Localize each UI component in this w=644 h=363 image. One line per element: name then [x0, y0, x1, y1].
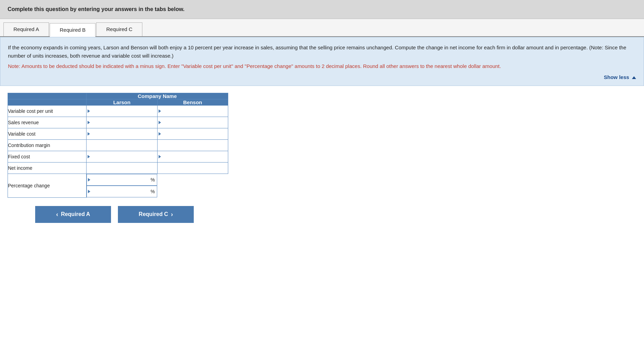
- info-main-text: If the economy expands in coming years, …: [8, 43, 636, 60]
- larson-percentage-change-cell: %: [87, 174, 157, 186]
- benson-variable-cost-per-unit-input[interactable]: [158, 106, 228, 117]
- page-header: Complete this question by entering your …: [0, 0, 644, 19]
- benson-contribution-margin-cell: [157, 140, 228, 151]
- company-name-header: Company Name: [87, 93, 228, 99]
- larson-variable-cost-per-unit-input[interactable]: [87, 106, 157, 117]
- triangle-icon: [632, 76, 636, 79]
- table-row: Fixed cost: [8, 151, 228, 163]
- larson-contribution-margin-cell: [87, 140, 157, 151]
- table-row: Net income: [8, 163, 228, 174]
- arrow-right-icon: ›: [171, 211, 173, 218]
- larson-percentage-change-input[interactable]: [87, 174, 150, 185]
- arrow-icon: [88, 190, 90, 193]
- arrow-icon: [88, 121, 90, 124]
- info-box: If the economy expands in coming years, …: [0, 37, 644, 86]
- percent-sign-benson: %: [151, 189, 157, 194]
- prev-button-label: Required A: [61, 211, 90, 217]
- arrow-icon: [88, 178, 90, 182]
- benson-variable-cost-cell: [157, 128, 228, 140]
- next-button-label: Required C: [139, 211, 168, 217]
- larson-fixed-cost-cell: [87, 151, 157, 163]
- larson-variable-cost-cell: [87, 128, 157, 140]
- benson-fixed-cost-cell: [157, 151, 228, 163]
- show-less-link[interactable]: Show less: [8, 73, 636, 81]
- tabs-row: Required A Required B Required C: [0, 19, 644, 37]
- benson-variable-cost-input[interactable]: [158, 128, 228, 139]
- arrow-icon: [88, 132, 90, 136]
- row-label-net-income: Net income: [8, 163, 87, 174]
- larson-net-income-cell: [87, 163, 157, 174]
- header-title: Complete this question by entering your …: [8, 6, 184, 12]
- row-label-contribution-margin: Contribution margin: [8, 140, 87, 151]
- arrow-icon: [159, 132, 161, 136]
- benson-net-income-cell: [157, 163, 228, 174]
- info-note-text: Note: Amounts to be deducted should be i…: [8, 62, 636, 70]
- benson-fixed-cost-input[interactable]: [158, 151, 228, 162]
- data-table: Company Name Larson Benson Variable cost…: [8, 93, 228, 198]
- benson-sales-revenue-cell: [157, 117, 228, 128]
- empty-header: [8, 93, 87, 99]
- benson-percentage-change-cell: %: [87, 186, 157, 197]
- table-row: Variable cost: [8, 128, 228, 140]
- tab-required-a[interactable]: Required A: [3, 22, 49, 36]
- larson-variable-cost-input[interactable]: [87, 128, 157, 139]
- benson-variable-cost-per-unit-cell: [157, 106, 228, 117]
- larson-sales-revenue-cell: [87, 117, 157, 128]
- larson-header: Larson: [87, 99, 157, 106]
- benson-net-income-input[interactable]: [158, 163, 228, 174]
- arrow-icon: [88, 155, 90, 158]
- benson-header: Benson: [157, 99, 228, 106]
- table-row: Variable cost per unit: [8, 106, 228, 117]
- larson-variable-cost-per-unit-cell: [87, 106, 157, 117]
- tab-required-c[interactable]: Required C: [96, 22, 142, 36]
- arrow-icon: [159, 155, 161, 158]
- row-label-sales-revenue: Sales revenue: [8, 117, 87, 128]
- benson-sales-revenue-input[interactable]: [158, 117, 228, 128]
- next-button[interactable]: Required C ›: [118, 206, 194, 223]
- percent-sign-larson: %: [151, 177, 157, 183]
- table-row: Percentage change % %: [8, 174, 228, 198]
- arrow-icon: [88, 109, 90, 113]
- row-label-percentage-change: Percentage change: [8, 174, 87, 198]
- benson-percentage-change-input[interactable]: [87, 186, 150, 197]
- table-row: Sales revenue: [8, 117, 228, 128]
- arrow-icon: [159, 109, 161, 113]
- row-label-variable-cost: Variable cost: [8, 128, 87, 140]
- larson-sales-revenue-input[interactable]: [87, 117, 157, 128]
- arrow-left-icon: ‹: [56, 211, 58, 218]
- tab-required-b[interactable]: Required B: [50, 23, 95, 37]
- arrow-icon: [159, 121, 161, 124]
- larson-net-income-input[interactable]: [87, 163, 157, 174]
- larson-contribution-margin-input[interactable]: [87, 140, 157, 151]
- table-row: Contribution margin: [8, 140, 228, 151]
- larson-fixed-cost-input[interactable]: [87, 151, 157, 162]
- main-content: Company Name Larson Benson Variable cost…: [0, 86, 644, 233]
- row-label-variable-cost-per-unit: Variable cost per unit: [8, 106, 87, 117]
- benson-contribution-margin-input[interactable]: [158, 140, 228, 151]
- button-row: ‹ Required A Required C ›: [8, 206, 636, 223]
- empty-subheader: [8, 99, 87, 106]
- row-label-fixed-cost: Fixed cost: [8, 151, 87, 163]
- prev-button[interactable]: ‹ Required A: [35, 206, 111, 223]
